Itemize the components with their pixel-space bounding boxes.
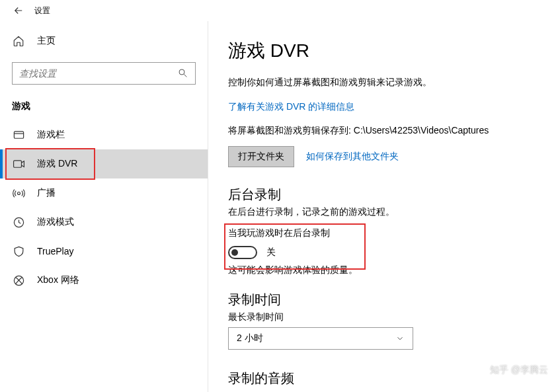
- search-input[interactable]: [19, 68, 178, 79]
- nav-label: 游戏模式: [37, 216, 74, 228]
- page-title: 游戏 DVR: [228, 38, 540, 63]
- nav-label: 游戏栏: [37, 129, 65, 141]
- open-folder-button[interactable]: 打开文件夹: [228, 146, 294, 167]
- info-link[interactable]: 了解有关游戏 DVR 的详细信息: [228, 101, 354, 113]
- watermark-text: 知乎 @李腾云: [490, 364, 548, 376]
- home-label: 主页: [37, 35, 56, 47]
- bg-toggle[interactable]: [228, 246, 257, 259]
- chevron-down-icon: [395, 334, 405, 343]
- nav-item-trueplay[interactable]: TruePlay: [0, 237, 208, 266]
- time-select-value: 2 小时: [237, 333, 263, 344]
- bg-section-title: 后台录制: [228, 186, 540, 204]
- search-icon: [178, 68, 188, 79]
- content-area: 游戏 DVR 控制你如何通过屏幕截图和游戏剪辑来记录游戏。 了解有关游戏 DVR…: [208, 21, 560, 392]
- svg-rect-1: [14, 131, 23, 137]
- nav-item-xbox[interactable]: Xbox 网络: [0, 266, 208, 295]
- svg-point-0: [179, 69, 184, 75]
- sidebar: 主页 游戏 游戏栏 游戏 DVR: [0, 21, 208, 392]
- nav-item-broadcast[interactable]: 广播: [0, 178, 208, 208]
- search-box[interactable]: [12, 62, 196, 85]
- save-other-link[interactable]: 如何保存到其他文件夹: [306, 151, 399, 163]
- bg-section-desc: 在后台进行录制，记录之前的游戏过程。: [228, 206, 540, 218]
- nav-label: Xbox 网络: [37, 274, 79, 286]
- category-header: 游戏: [0, 97, 208, 120]
- svg-point-3: [17, 192, 20, 194]
- home-icon: [12, 34, 25, 48]
- time-sub-label: 最长录制时间: [228, 311, 540, 323]
- nav-item-gamemode[interactable]: 游戏模式: [0, 208, 208, 237]
- nav-label: TruePlay: [37, 246, 74, 256]
- bg-toggle-label: 当我玩游戏时在后台录制: [228, 227, 540, 239]
- toggle-knob: [231, 249, 238, 256]
- gamemode-icon: [12, 216, 25, 229]
- bg-toggle-state: 关: [266, 247, 276, 258]
- svg-rect-2: [13, 160, 21, 167]
- back-button[interactable]: [5, 0, 32, 21]
- time-select[interactable]: 2 小时: [228, 327, 413, 350]
- intro-text: 控制你如何通过屏幕截图和游戏剪辑来记录游戏。: [228, 77, 540, 89]
- nav-label: 游戏 DVR: [37, 158, 77, 170]
- trueplay-icon: [12, 245, 25, 258]
- dvr-icon: [12, 157, 25, 171]
- nav-label: 广播: [37, 187, 56, 199]
- nav-item-gamebar[interactable]: 游戏栏: [0, 120, 208, 149]
- time-section-title: 录制时间: [228, 291, 540, 309]
- save-path-text: 将屏幕截图和游戏剪辑保存到: C:\Users\42253\Videos\Cap…: [228, 125, 540, 137]
- bg-warn: 这可能会影响游戏体验的质量。: [228, 264, 540, 276]
- xbox-icon: [12, 274, 25, 287]
- nav-item-gamedvr[interactable]: 游戏 DVR: [0, 149, 208, 178]
- watermark: 知乎 @李腾云: [475, 364, 548, 376]
- gamebar-icon: [12, 128, 25, 141]
- window-title: 设置: [34, 5, 50, 17]
- broadcast-icon: [12, 186, 25, 200]
- home-nav[interactable]: 主页: [0, 28, 208, 54]
